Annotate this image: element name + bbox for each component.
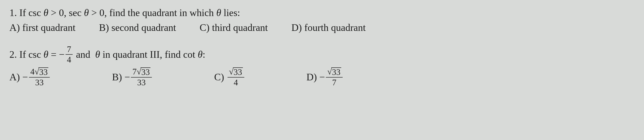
option-label: B): [99, 22, 109, 33]
option-label: C): [214, 72, 224, 83]
option-label: A): [10, 72, 20, 83]
q2-option-d: D) − √33 7: [306, 68, 344, 87]
q2-option-b: B) − 7√33 33: [112, 68, 153, 87]
fraction: √33 7: [326, 68, 343, 87]
option-text: third quadrant: [212, 22, 268, 33]
fraction: 7 4: [66, 45, 73, 64]
numerator: 7√33: [131, 68, 152, 78]
denominator: 4: [232, 78, 239, 87]
numerator: 7: [66, 45, 73, 55]
q2-prefix: If csc: [19, 49, 41, 60]
theta-symbol: θ: [198, 49, 202, 60]
radicand: 33: [233, 68, 243, 76]
option-text: second quadrant: [111, 22, 176, 33]
q1-gt1: > 0, sec: [51, 7, 82, 18]
denominator: 7: [330, 78, 338, 87]
option-text: fourth quadrant: [304, 22, 366, 33]
theta-symbol: θ: [44, 49, 48, 60]
fraction: 4√33 33: [29, 68, 50, 87]
option-label: B): [112, 72, 122, 83]
q1-options: A) first quadrant B) second quadrant C) …: [10, 22, 634, 33]
sqrt-icon: √33: [327, 68, 341, 76]
question-1: 1. If csc θ > 0, sec θ > 0, find the qua…: [10, 7, 634, 33]
radicand: 33: [38, 68, 48, 76]
negative-sign: −: [124, 72, 130, 83]
numerator: √33: [228, 68, 244, 78]
radicand: 33: [140, 68, 150, 76]
sqrt-icon: √33: [229, 68, 243, 76]
theta-symbol: θ: [216, 7, 221, 18]
q1-suffix: lies:: [224, 7, 240, 18]
q2-option-c: C) √33 4: [214, 68, 245, 87]
q1-number: 1.: [10, 7, 17, 18]
question-2-text: 2. If csc θ = − 7 4 and θ in quadrant II…: [10, 45, 634, 64]
option-label: D): [292, 22, 302, 33]
q1-option-d: D) fourth quadrant: [292, 22, 366, 33]
q1-prefix: If csc: [19, 7, 41, 18]
option-label: C): [200, 22, 210, 33]
q2-eq: = −: [51, 49, 64, 60]
option-label: D): [306, 72, 317, 83]
theta-symbol: θ: [44, 7, 48, 18]
fraction: √33 4: [228, 68, 244, 87]
sqrt-icon: √33: [35, 68, 48, 76]
numerator: √33: [326, 68, 343, 78]
numerator: 4√33: [29, 68, 50, 78]
q2-mid1: and: [76, 49, 90, 60]
q2-mid2: in quadrant III, find cot: [102, 49, 195, 60]
theta-symbol: θ: [95, 49, 100, 60]
q2-options: A) − 4√33 33 B) − 7√33 33 C): [10, 68, 634, 87]
coefficient: 4: [30, 67, 35, 76]
denominator: 4: [66, 55, 73, 64]
negative-sign: −: [22, 72, 28, 83]
denominator: 33: [136, 78, 147, 87]
q2-colon: :: [202, 49, 206, 60]
q1-gt2: > 0, find the quadrant in which: [91, 7, 214, 18]
question-2: 2. If csc θ = − 7 4 and θ in quadrant II…: [10, 45, 634, 87]
option-text: first quadrant: [22, 22, 76, 33]
sqrt-icon: √33: [136, 68, 150, 76]
q1-option-b: B) second quadrant: [99, 22, 176, 33]
theta-symbol: θ: [84, 7, 89, 18]
q1-option-c: C) third quadrant: [200, 22, 268, 33]
denominator: 33: [34, 78, 45, 87]
q2-option-a: A) − 4√33 33: [10, 68, 51, 87]
q2-number: 2.: [10, 49, 17, 60]
negative-sign: −: [319, 72, 325, 83]
fraction: 7√33 33: [131, 68, 152, 87]
radicand: 33: [331, 68, 341, 76]
q1-option-a: A) first quadrant: [10, 22, 76, 33]
option-label: A): [10, 22, 20, 33]
coefficient: 7: [132, 67, 136, 76]
question-1-text: 1. If csc θ > 0, sec θ > 0, find the qua…: [10, 7, 634, 18]
